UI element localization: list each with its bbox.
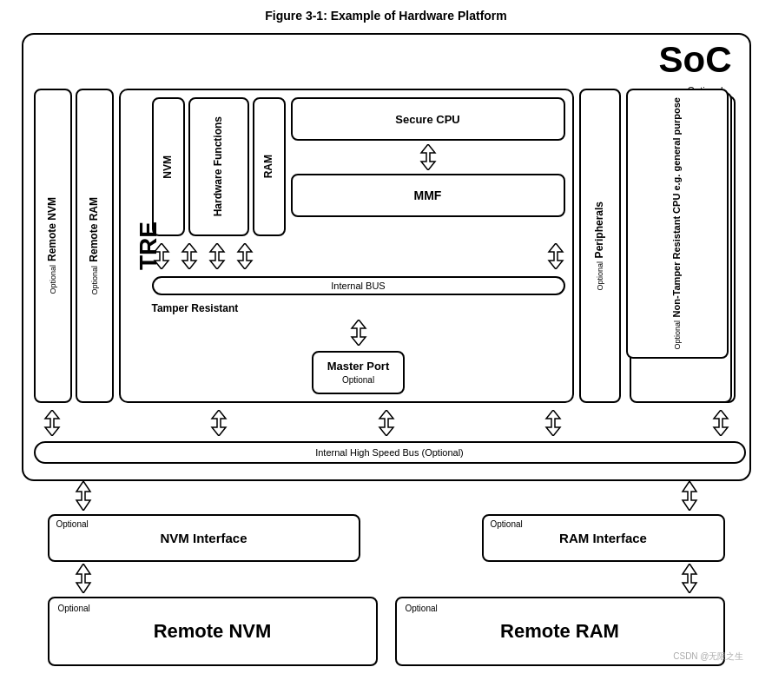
ram-interface-box: Optional RAM Interface xyxy=(482,514,725,562)
watermark: CSDN @无限之生 xyxy=(673,650,743,663)
svg-marker-12 xyxy=(76,481,90,511)
tre-container: TRE NVM Hardware Functions RAM xyxy=(119,89,574,403)
svg-marker-8 xyxy=(212,410,226,436)
svg-marker-3 xyxy=(210,243,224,269)
secure-cpu-box: Secure CPU xyxy=(291,97,565,141)
master-port-label: Master Port xyxy=(327,360,390,373)
peripherals-box: Peripherals Optional xyxy=(579,89,621,403)
svg-marker-11 xyxy=(714,410,728,436)
nvm-interface-box: Optional NVM Interface xyxy=(48,514,360,562)
nvm-box: NVM xyxy=(152,97,185,236)
arrow-ram-to-bottom xyxy=(680,564,699,593)
peripherals-label: Peripherals xyxy=(593,201,607,258)
remote-nvm-bottom-label: Remote NVM xyxy=(154,620,272,643)
remote-nvm-bottom-box: Optional Remote NVM xyxy=(48,597,378,666)
arrow-master-port xyxy=(377,410,396,436)
tamper-resistant-label: Tamper Resistant xyxy=(152,302,565,314)
arrow-remote-nvm-inner xyxy=(43,410,62,436)
remote-nvm-bottom-optional: Optional xyxy=(58,604,90,613)
peripherals-optional: Optional xyxy=(596,261,604,291)
non-tamper-cpu-optional: Optional xyxy=(673,320,682,350)
arrow-hw2 xyxy=(208,243,227,269)
svg-marker-6 xyxy=(352,320,366,346)
arrow-below-bus xyxy=(349,320,368,346)
svg-marker-0 xyxy=(421,144,435,170)
arrow-mmf xyxy=(546,243,565,269)
mmf-box: MMF xyxy=(291,174,565,217)
soc-remote-boxes: Remote NVM Optional Remote RAM Optional xyxy=(34,89,114,403)
non-tamper-cpu-label: Non-Tamper Resistant CPU e.g. general pu… xyxy=(670,97,683,317)
remote-ram-bottom-label: Remote RAM xyxy=(500,620,619,643)
tre-label: TRE xyxy=(135,221,162,270)
svg-marker-7 xyxy=(45,410,59,436)
nvm-label: NVM xyxy=(162,155,175,179)
arrow-to-ram-interface xyxy=(680,481,699,511)
high-speed-bus-label: Internal High Speed Bus (Optional) xyxy=(315,447,464,458)
arrow-remote-ram-inner xyxy=(209,410,228,436)
remote-ram-inner-box: Remote RAM Optional xyxy=(76,89,114,403)
non-tamper-stack: Non-Tamper Resistant CPU e.g. general pu… xyxy=(626,89,739,403)
arrow-hw1 xyxy=(180,243,199,269)
mmf-label: MMF xyxy=(414,188,442,202)
remote-nvm-inner-box: Remote NVM Optional xyxy=(34,89,72,403)
ram-interface-label: RAM Interface xyxy=(559,531,647,545)
soc-label: SoC xyxy=(659,42,732,78)
internal-bus-label: Internal BUS xyxy=(331,281,385,291)
svg-marker-10 xyxy=(546,410,560,436)
svg-marker-15 xyxy=(683,564,696,593)
arrow-non-tamper xyxy=(711,410,730,436)
remote-ram-bottom-optional: Optional xyxy=(406,604,438,613)
hw-functions-label: Hardware Functions xyxy=(212,116,226,216)
figure-title: Figure 3-1: Example of Hardware Platform xyxy=(265,9,507,23)
internal-bus: Internal BUS xyxy=(152,276,565,295)
ram-box: RAM xyxy=(253,97,286,236)
high-speed-bus: Internal High Speed Bus (Optional) xyxy=(34,441,746,464)
cpu-mmf-arrow xyxy=(418,144,439,170)
master-port-optional: Optional xyxy=(342,375,374,385)
secure-cpu-label: Secure CPU xyxy=(395,113,459,126)
nvm-interface-label: NVM Interface xyxy=(160,531,247,545)
svg-marker-5 xyxy=(549,243,563,269)
non-tamper-front-box: Non-Tamper Resistant CPU e.g. general pu… xyxy=(626,89,729,359)
arrow-nvm-to-bottom xyxy=(74,564,93,593)
arrow-hw3 xyxy=(235,243,254,269)
soc-container: SoC Optional Remote NVM Optional Remote … xyxy=(22,33,751,481)
remote-nvm-inner-label: Remote NVM xyxy=(46,197,58,261)
svg-marker-2 xyxy=(182,243,196,269)
master-port-box: Master Port Optional xyxy=(312,351,406,394)
remote-ram-inner-label: Remote RAM xyxy=(88,197,100,262)
svg-marker-4 xyxy=(238,243,252,269)
arrow-to-nvm-interface xyxy=(74,481,93,511)
remote-nvm-inner-optional: Optional xyxy=(49,265,57,294)
svg-marker-13 xyxy=(683,481,696,511)
ram-interface-optional: Optional xyxy=(491,519,523,529)
arrow-peripherals xyxy=(544,410,563,436)
remote-ram-inner-optional: Optional xyxy=(90,266,99,295)
svg-marker-9 xyxy=(379,410,393,436)
ram-label: RAM xyxy=(262,155,276,178)
nvm-interface-optional: Optional xyxy=(56,519,89,529)
hw-functions-box: Hardware Functions xyxy=(188,97,249,236)
svg-marker-14 xyxy=(76,564,90,593)
